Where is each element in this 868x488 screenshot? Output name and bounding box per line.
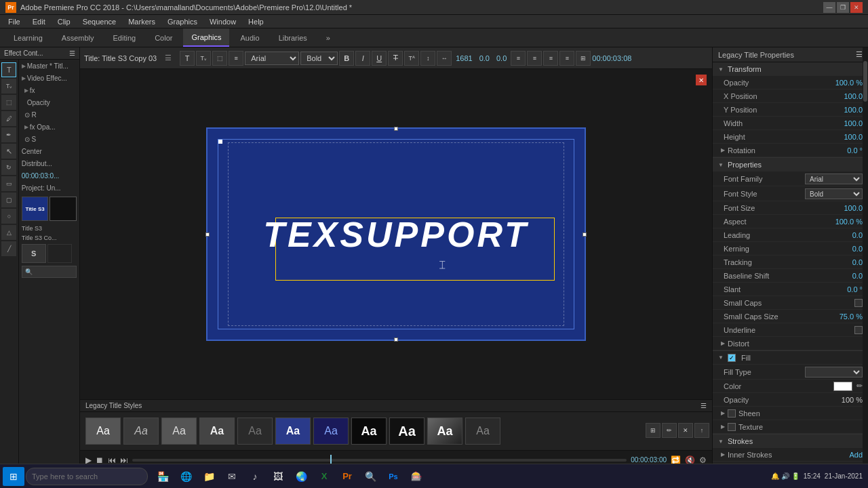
align-center[interactable]: ≡	[527, 51, 542, 66]
fill-enabled-checkbox[interactable]	[728, 354, 736, 362]
roll-button[interactable]: ↕	[420, 51, 435, 66]
taskbar-explorer[interactable]: 📁	[198, 466, 220, 487]
sheen-expand[interactable]: ▶	[721, 410, 725, 416]
crawl-button[interactable]: ↔	[437, 51, 452, 66]
tool-vertical-text-main[interactable]: Tᵥ	[196, 51, 211, 66]
taskbar-excel[interactable]: X	[313, 466, 335, 487]
tool-round-rect[interactable]: ▢	[1, 192, 16, 207]
align-left[interactable]: ≡	[511, 51, 526, 66]
slant-value[interactable]: 0.0 °	[822, 285, 863, 293]
taskbar-edge[interactable]: 🌐	[175, 466, 197, 487]
taskbar-search[interactable]	[26, 468, 148, 485]
tool-select[interactable]: ↖	[1, 144, 16, 159]
style-plain-white[interactable]: Aa	[85, 418, 121, 445]
aspect-value[interactable]: 100.0 %	[822, 218, 863, 226]
style-grey-plain[interactable]: Aa	[465, 418, 500, 445]
smallcaps-button[interactable]: Tᴬ	[404, 51, 419, 66]
menu-sequence[interactable]: Sequence	[77, 17, 122, 26]
taskbar-browser2[interactable]: 🌏	[290, 466, 312, 487]
project-thumb-untitled[interactable]	[47, 244, 72, 263]
properties-scroll[interactable]: ▼ Transform Opacity 100.0 % X Position 1…	[713, 62, 868, 469]
sheen-checkbox[interactable]	[728, 409, 736, 418]
taskbar-mail[interactable]: ✉	[221, 466, 243, 487]
project-thumb-s[interactable]: S	[22, 244, 46, 263]
y-position-value[interactable]: 100.0	[822, 106, 863, 114]
handle-right[interactable]	[583, 232, 587, 237]
texture-expand[interactable]: ▶	[721, 424, 725, 430]
handle-left[interactable]	[205, 232, 210, 237]
tool-text-main[interactable]: T	[180, 51, 195, 66]
color-swatch[interactable]	[833, 382, 852, 391]
baseline-shift-value[interactable]: 0.0	[822, 272, 863, 280]
text-overlay[interactable]: TEXSUPPORT	[263, 214, 529, 255]
tool-path[interactable]: 🖊	[1, 111, 16, 126]
tree-r[interactable]: ⊙ R	[19, 108, 79, 121]
minimize-button[interactable]: —	[823, 2, 835, 13]
menu-window[interactable]: Window	[204, 17, 241, 26]
restore-button[interactable]: ❐	[837, 2, 849, 13]
project-thumb-1[interactable]: Title S3	[22, 197, 49, 221]
tree-project[interactable]: Project: Un...	[19, 182, 79, 194]
properties-section-header[interactable]: ▼ Properties	[713, 158, 868, 171]
style-gradient[interactable]: Aa	[427, 418, 462, 445]
scrollbar-thumb[interactable]	[863, 61, 867, 102]
tab-libraries[interactable]: Libraries	[271, 28, 315, 47]
transform-header[interactable]: ▼ Transform	[713, 62, 868, 76]
kerning-value[interactable]: 0.0	[822, 245, 863, 253]
align-justified[interactable]: ≡	[559, 51, 574, 66]
tab-graphics[interactable]: Graphics	[183, 28, 229, 47]
tool-text[interactable]: T	[1, 62, 16, 77]
style-black-bold[interactable]: Aa	[351, 418, 387, 445]
taskbar-music[interactable]: ♪	[244, 466, 266, 487]
style-italic-grey[interactable]: Aa	[123, 418, 159, 445]
style-delete[interactable]: ✕	[678, 423, 693, 438]
tool-pen[interactable]: ✒	[1, 127, 16, 142]
style-apply[interactable]: ↑	[694, 423, 709, 438]
font-style-select[interactable]: Bold	[300, 52, 338, 65]
style-plain-light[interactable]: Aa	[161, 418, 197, 445]
strikethrough-button[interactable]: T̶	[388, 51, 403, 66]
tracking-value[interactable]: 0.0	[822, 258, 863, 266]
project-thumb-2[interactable]	[50, 197, 77, 221]
strokes-header[interactable]: ▼ Strokes	[713, 434, 868, 448]
taskbar-premiere[interactable]: Pr	[336, 466, 358, 487]
tab-color[interactable]: Color	[146, 28, 180, 47]
taskbar-extra[interactable]: 🎰	[406, 466, 427, 487]
taskbar-store[interactable]: 🏪	[152, 466, 174, 487]
tool-text-roll[interactable]: ≡	[229, 51, 243, 66]
tree-distribute[interactable]: Distribut...	[19, 157, 79, 169]
tool-vertical-text[interactable]: Tᵥ	[1, 79, 16, 94]
properties-menu[interactable]: ☰	[856, 50, 863, 59]
font-family-select[interactable]: Arial	[245, 52, 299, 65]
tool-area-text[interactable]: ⬚	[1, 95, 16, 110]
style-new[interactable]: ⊞	[646, 423, 660, 438]
menu-markers[interactable]: Markers	[123, 17, 161, 26]
leading-value[interactable]: 0.0	[822, 231, 863, 239]
style-edit[interactable]: ✏	[662, 423, 677, 438]
handle-bottom[interactable]	[394, 338, 398, 342]
tool-rect[interactable]: ▭	[1, 176, 16, 191]
opacity-value[interactable]: 100.0 %	[822, 79, 863, 87]
underline-button[interactable]: U	[372, 51, 387, 66]
taskbar-browser3[interactable]: 🔍	[359, 466, 381, 487]
small-caps-size-value[interactable]: 75.0 %	[822, 312, 863, 321]
tab-editing[interactable]: Editing	[105, 28, 144, 47]
tree-video-effects[interactable]: ▶Video Effec...	[19, 72, 79, 84]
taskbar-photoshop[interactable]: Ps	[382, 466, 404, 487]
style-bold-white[interactable]: Aa	[199, 418, 235, 445]
tool-ellipse[interactable]: ○	[1, 209, 16, 224]
align-right[interactable]: ≡	[543, 51, 558, 66]
bold-button[interactable]: B	[339, 51, 354, 66]
effect-controls-menu[interactable]: ☰	[69, 49, 75, 57]
height-value[interactable]: 100.0	[822, 133, 863, 141]
rotation-expand[interactable]: ▶	[721, 147, 725, 153]
distort-expand[interactable]: ▶	[721, 340, 725, 346]
texture-checkbox[interactable]	[728, 423, 736, 431]
rotation-value[interactable]: 0.0 °	[822, 146, 863, 155]
underline-checkbox[interactable]	[854, 326, 863, 334]
tool-rotate[interactable]: ↻	[1, 160, 16, 175]
menu-help[interactable]: Help	[243, 17, 269, 26]
tab-audio[interactable]: Audio	[232, 28, 267, 47]
tab-text-align-icons[interactable]: ⬚	[212, 51, 227, 66]
font-family-dropdown[interactable]: Arial	[805, 174, 863, 184]
